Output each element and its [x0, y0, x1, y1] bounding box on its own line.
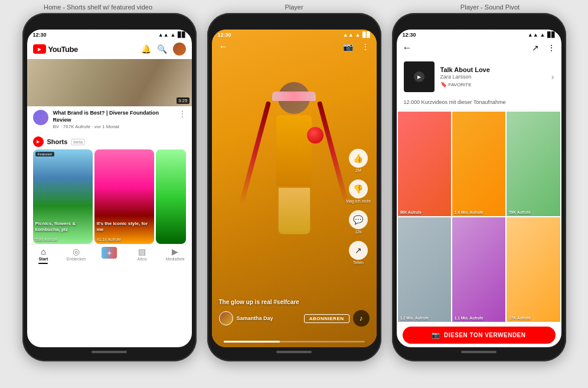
youtube-logo[interactable]: YouTube	[33, 44, 78, 54]
nav-explore-label: Entdecken	[67, 257, 86, 261]
sound-info-card: ▶ Talk About Love Zara Larsson 🔖 FAVORIT…	[397, 57, 561, 97]
short-caption-1: Picnics, flowers & kombucha, plz	[35, 221, 90, 232]
search-icon[interactable]: 🔍	[157, 44, 167, 54]
more-icon-p3[interactable]: ⋮	[547, 43, 556, 53]
nav-home-label: Start	[38, 257, 48, 261]
nav-explore[interactable]: ◎ Entdecken	[60, 247, 93, 264]
video-duration: 3:25	[177, 97, 190, 104]
wifi-icon-p3: ▲	[540, 32, 545, 38]
sound-grid-item-3[interactable]: 59K Aufrufe	[507, 112, 560, 216]
short-views-2: 41.1k Aufrufe	[97, 237, 121, 242]
player-channel-row: Samantha Day ABONNIEREN ♪	[219, 310, 370, 327]
label-phone1: Home - Shorts shelf w/ featured video	[0, 4, 196, 11]
home-bar-p3	[461, 351, 496, 353]
player-actions: 👍 2M 👎 Mag ich nicht 💬 12k ↗ Teilen	[346, 149, 370, 265]
label-phone2: Player	[196, 4, 392, 11]
home-bar	[92, 351, 127, 353]
short-card-2[interactable]: It's the iconic style, for me 41.1k Aufr…	[94, 149, 154, 244]
subscriptions-icon: ▤	[138, 247, 146, 256]
library-icon: ▶	[172, 247, 178, 256]
share-icon: ↗	[349, 241, 368, 260]
grid-views-4: 1.2 Mio. Aufrufe	[400, 316, 429, 320]
use-sound-label: DIESEN TON VERWENDEN	[444, 332, 526, 338]
nav-create[interactable]: +	[93, 247, 126, 264]
phone-sound-pivot: 12:30 ▲▲ ▲ ▊▊ ← ↗ ⋮ ▶	[392, 13, 566, 361]
sound-grid-item-6[interactable]: 17K Aufrufe	[507, 217, 560, 322]
nav-home[interactable]: ⌂ Start	[27, 247, 60, 264]
sound-grid-item-1[interactable]: 96K Aufrufe	[398, 112, 451, 216]
sound-grid-item-2[interactable]: 1.4 Mio. Aufrufe	[452, 112, 505, 216]
grid-views-5: 1.1 Mio. Aufrufe	[455, 316, 484, 320]
grid-views-2: 1.4 Mio. Aufrufe	[455, 210, 484, 214]
like-button[interactable]: 👍 2M	[349, 149, 368, 172]
player-bottom: The glow up is real #selfcare Samantha D…	[212, 299, 377, 327]
phone-home: 12:30 ▲▲ ▲ ▊▊ YouTube 🔔 🔍	[22, 13, 197, 361]
share-icon-p3[interactable]: ↗	[532, 43, 539, 53]
comment-count: 12k	[355, 230, 361, 234]
video-options-button[interactable]: ⋮	[179, 110, 186, 118]
music-button[interactable]: ♪	[353, 310, 370, 327]
status-bar-phone2: 12:30 ▲▲ ▲ ▊▊	[212, 30, 377, 39]
grid-views-1: 96K Aufrufe	[400, 210, 422, 214]
youtube-logo-text: YouTube	[48, 45, 78, 54]
comment-button[interactable]: 💬 12k	[349, 210, 368, 234]
battery-icon: ▊▊	[178, 32, 186, 38]
shorts-grid: Featured Picnics, flowers & kombucha, pl…	[27, 149, 192, 244]
short-views-1: 50M Aufrufe	[35, 237, 58, 242]
sound-shorts-grid: 96K Aufrufe 1.4 Mio. Aufrufe 59K Aufrufe…	[397, 110, 561, 323]
time-phone1: 12:30	[33, 32, 47, 38]
channel-avatar	[33, 110, 48, 125]
notification-bell-icon[interactable]: 🔔	[141, 44, 151, 54]
player-channel-name: Samantha Day	[237, 315, 300, 321]
video-thumbnail[interactable]: 3:25	[27, 59, 192, 106]
label-phone3: Player - Sound Pivot	[392, 4, 588, 11]
signal-icon-p2: ▲▲	[343, 32, 354, 38]
share-button[interactable]: ↗ Teilen	[349, 241, 368, 265]
sound-count-row: 12.000 Kurzvideos mit dieser Tonaufnahme	[397, 97, 561, 110]
explore-icon: ◎	[73, 247, 80, 256]
battery-icon-p3: ▊▊	[547, 32, 556, 38]
chevron-right-icon[interactable]: ›	[551, 72, 554, 81]
like-icon: 👍	[349, 149, 368, 168]
back-button[interactable]: ←	[219, 41, 228, 52]
sound-title: Talk About Love	[440, 66, 545, 73]
shorts-title: Shorts	[47, 138, 68, 145]
shorts-header: ▶ Shorts beta	[27, 133, 192, 149]
sound-grid-item-5[interactable]: 1.1 Mio. Aufrufe	[452, 217, 505, 322]
nav-library[interactable]: ▶ Mediathek	[159, 247, 192, 264]
user-avatar[interactable]	[173, 43, 186, 56]
dislike-icon: 👎	[349, 180, 368, 198]
short-card-3[interactable]	[156, 149, 186, 244]
sound-play-icon: ▶	[414, 71, 424, 82]
youtube-header: YouTube 🔔 🔍	[27, 39, 192, 59]
nav-subscriptions[interactable]: ▤ Abos	[126, 247, 159, 264]
time-phone2: 12:30	[218, 32, 231, 38]
home-bar-p2	[276, 351, 312, 353]
grid-views-6: 17K Aufrufe	[509, 316, 531, 320]
short-caption-2: It's the iconic style, for me	[97, 221, 152, 232]
dislike-label: Mag ich nicht	[346, 199, 370, 203]
bottom-nav: ⌂ Start ◎ Entdecken + ▤ Abos ▶ Mediat	[27, 244, 192, 265]
status-bar-phone3: 12:30 ▲▲ ▲ ▊▊	[397, 30, 561, 39]
use-sound-button[interactable]: 📷 DIESEN TON VERWENDEN	[403, 327, 556, 344]
home-icon: ⌂	[41, 247, 45, 256]
wifi-icon: ▲	[171, 32, 176, 38]
video-title[interactable]: What Brand is Best? | Diverse Foundation…	[53, 110, 174, 123]
sound-grid-item-4[interactable]: 1.2 Mio. Aufrufe	[398, 217, 451, 322]
camera-icon[interactable]: 📷	[343, 42, 353, 51]
more-options-icon[interactable]: ⋮	[361, 42, 370, 51]
nav-library-label: Mediathek	[165, 257, 184, 261]
featured-badge: Featured	[35, 152, 54, 156]
player-caption: The glow up is real #selfcare	[219, 299, 370, 305]
comment-icon: 💬	[349, 210, 368, 229]
phone-player: 12:30 ▲▲ ▲ ▊▊ ← 📷 ⋮	[207, 13, 381, 361]
player-channel-avatar	[219, 311, 233, 325]
back-button-p3[interactable]: ←	[403, 43, 412, 53]
short-card-1[interactable]: Featured Picnics, flowers & kombucha, pl…	[33, 149, 93, 244]
shorts-beta-badge: beta	[71, 139, 85, 145]
video-info-row: What Brand is Best? | Diverse Foundation…	[27, 106, 192, 133]
dislike-button[interactable]: 👎 Mag ich nicht	[346, 180, 370, 203]
sound-meta: Talk About Love Zara Larsson 🔖 FAVORITE	[440, 66, 545, 87]
battery-icon-p2: ▊▊	[362, 32, 371, 38]
subscribe-button[interactable]: ABONNIEREN	[304, 314, 349, 323]
